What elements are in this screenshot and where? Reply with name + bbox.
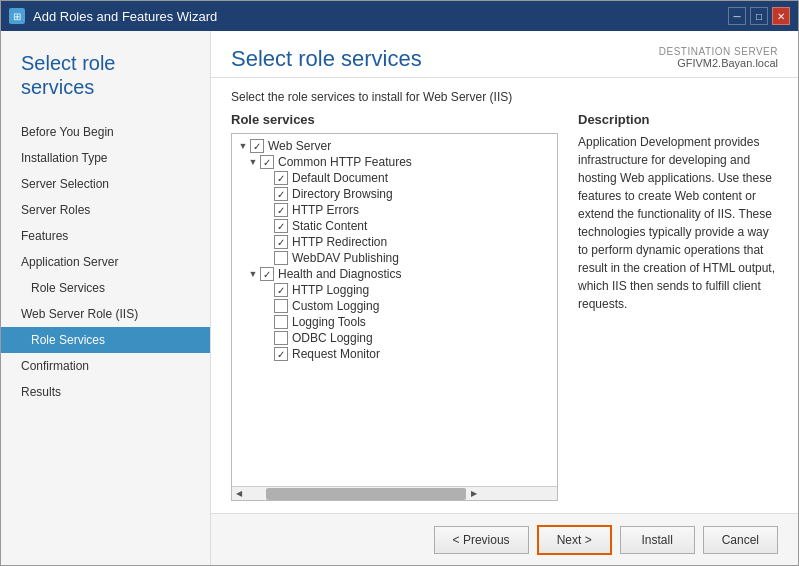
expand-icon-common-http: ▼ — [246, 155, 260, 169]
window-title: Add Roles and Features Wizard — [33, 9, 217, 24]
tree-item-common-http[interactable]: ▼ ✓ Common HTTP Features — [232, 154, 557, 170]
tree-item-dir-browsing[interactable]: ✓ Directory Browsing — [232, 186, 557, 202]
label-logging-tools: Logging Tools — [292, 315, 366, 329]
label-http-redirect: HTTP Redirection — [292, 235, 387, 249]
checkbox-web-server[interactable]: ✓ — [250, 139, 264, 153]
page-title: Select role services — [231, 46, 422, 72]
label-dir-browsing: Directory Browsing — [292, 187, 393, 201]
expand-spacer-http-errors — [260, 203, 274, 217]
sidebar-title: Select role services — [21, 51, 190, 99]
tree-item-http-logging[interactable]: ✓ HTTP Logging — [232, 282, 557, 298]
tree-item-request-monitor[interactable]: ✓ Request Monitor — [232, 346, 557, 362]
expand-spacer-logging-tools — [260, 315, 274, 329]
install-button[interactable]: Install — [620, 526, 695, 554]
app-icon: ⊞ — [9, 8, 25, 24]
destination-label: DESTINATION SERVER — [659, 46, 778, 57]
sidebar-nav: Before You Begin Installation Type Serve… — [1, 119, 210, 405]
minimize-button[interactable]: ─ — [728, 7, 746, 25]
window-controls: ─ □ ✕ — [728, 7, 790, 25]
tree-scroll-area[interactable]: ▼ ✓ Web Server ▼ ✓ Common HTTP Features — [232, 134, 557, 486]
checkbox-logging-tools[interactable] — [274, 315, 288, 329]
tree-item-logging-tools[interactable]: Logging Tools — [232, 314, 557, 330]
tree-item-http-redirect[interactable]: ✓ HTTP Redirection — [232, 234, 557, 250]
close-button[interactable]: ✕ — [772, 7, 790, 25]
sidebar-item-features[interactable]: Features — [1, 223, 210, 249]
checkbox-http-logging[interactable]: ✓ — [274, 283, 288, 297]
sidebar-item-role-services[interactable]: Role Services — [1, 327, 210, 353]
main-panel: Select role services DESTINATION SERVER … — [211, 31, 798, 565]
description-panel-label: Description — [578, 112, 778, 127]
label-web-server: Web Server — [268, 139, 331, 153]
sidebar-item-app-server[interactable]: Application Server — [1, 249, 210, 275]
wizard-window: ⊞ Add Roles and Features Wizard ─ □ ✕ Se… — [0, 0, 799, 566]
sidebar-item-confirmation[interactable]: Confirmation — [1, 353, 210, 379]
expand-spacer-http-redirect — [260, 235, 274, 249]
tree-item-odbc-logging[interactable]: ODBC Logging — [232, 330, 557, 346]
checkbox-health-diag[interactable]: ✓ — [260, 267, 274, 281]
expand-spacer-webdav — [260, 251, 274, 265]
maximize-button[interactable]: □ — [750, 7, 768, 25]
expand-spacer-static-content — [260, 219, 274, 233]
expand-spacer-custom-logging — [260, 299, 274, 313]
tree-item-custom-logging[interactable]: Custom Logging — [232, 298, 557, 314]
horizontal-scrollbar[interactable]: ◀ ▶ — [232, 486, 557, 500]
checkbox-static-content[interactable]: ✓ — [274, 219, 288, 233]
checkbox-default-doc[interactable]: ✓ — [274, 171, 288, 185]
footer: < Previous Next > Install Cancel — [211, 513, 798, 565]
checkbox-http-redirect[interactable]: ✓ — [274, 235, 288, 249]
expand-spacer-odbc-logging — [260, 331, 274, 345]
label-health-diag: Health and Diagnostics — [278, 267, 401, 281]
tree-item-default-doc[interactable]: ✓ Default Document — [232, 170, 557, 186]
label-request-monitor: Request Monitor — [292, 347, 380, 361]
sidebar-item-install-type[interactable]: Installation Type — [1, 145, 210, 171]
description-text: Application Development provides infrast… — [578, 133, 778, 313]
checkbox-webdav[interactable] — [274, 251, 288, 265]
cancel-button[interactable]: Cancel — [703, 526, 778, 554]
checkbox-common-http[interactable]: ✓ — [260, 155, 274, 169]
title-bar-left: ⊞ Add Roles and Features Wizard — [9, 8, 217, 24]
previous-button[interactable]: < Previous — [434, 526, 529, 554]
expand-spacer-default-doc — [260, 171, 274, 185]
sidebar-item-before-begin[interactable]: Before You Begin — [1, 119, 210, 145]
sidebar-item-results[interactable]: Results — [1, 379, 210, 405]
sidebar: Select role services Before You Begin In… — [1, 31, 211, 565]
label-custom-logging: Custom Logging — [292, 299, 379, 313]
tree-container[interactable]: ▼ ✓ Web Server ▼ ✓ Common HTTP Features — [231, 133, 558, 501]
sidebar-item-role-services-sub[interactable]: Role Services — [1, 275, 210, 301]
checkbox-dir-browsing[interactable]: ✓ — [274, 187, 288, 201]
main-header: Select role services DESTINATION SERVER … — [211, 31, 798, 78]
checkbox-request-monitor[interactable]: ✓ — [274, 347, 288, 361]
label-http-errors: HTTP Errors — [292, 203, 359, 217]
label-webdav: WebDAV Publishing — [292, 251, 399, 265]
tree-item-health-diag[interactable]: ▼ ✓ Health and Diagnostics — [232, 266, 557, 282]
sidebar-item-web-server-role[interactable]: Web Server Role (IIS) — [1, 301, 210, 327]
services-panel: Role services ▼ ✓ Web Server — [231, 112, 558, 501]
tree-item-static-content[interactable]: ✓ Static Content — [232, 218, 557, 234]
sidebar-header: Select role services — [1, 51, 210, 114]
content-area: Select role services Before You Begin In… — [1, 31, 798, 565]
hscroll-right-btn[interactable]: ▶ — [467, 487, 481, 501]
title-bar: ⊞ Add Roles and Features Wizard ─ □ ✕ — [1, 1, 798, 31]
services-panel-label: Role services — [231, 112, 558, 127]
tree-item-webdav[interactable]: WebDAV Publishing — [232, 250, 557, 266]
checkbox-odbc-logging[interactable] — [274, 331, 288, 345]
label-static-content: Static Content — [292, 219, 367, 233]
next-button[interactable]: Next > — [537, 525, 612, 555]
tree-item-http-errors[interactable]: ✓ HTTP Errors — [232, 202, 557, 218]
checkbox-custom-logging[interactable] — [274, 299, 288, 313]
expand-icon-health-diag: ▼ — [246, 267, 260, 281]
expand-spacer-request-monitor — [260, 347, 274, 361]
sidebar-item-server-selection[interactable]: Server Selection — [1, 171, 210, 197]
checkbox-http-errors[interactable]: ✓ — [274, 203, 288, 217]
label-http-logging: HTTP Logging — [292, 283, 369, 297]
sidebar-item-server-roles[interactable]: Server Roles — [1, 197, 210, 223]
hscroll-left-btn[interactable]: ◀ — [232, 487, 246, 501]
instruction-text: Select the role services to install for … — [231, 90, 778, 104]
destination-server-name: GFIVM2.Bayan.local — [659, 57, 778, 69]
expand-spacer-http-logging — [260, 283, 274, 297]
description-panel: Description Application Development prov… — [578, 112, 778, 501]
label-odbc-logging: ODBC Logging — [292, 331, 373, 345]
destination-server-info: DESTINATION SERVER GFIVM2.Bayan.local — [659, 46, 778, 69]
tree-item-web-server[interactable]: ▼ ✓ Web Server — [232, 138, 557, 154]
hscroll-thumb[interactable] — [266, 488, 466, 500]
